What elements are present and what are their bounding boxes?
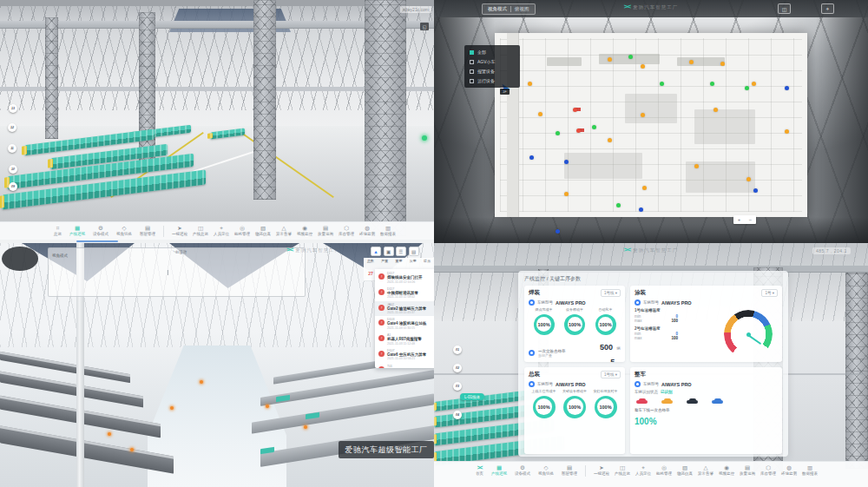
scrollbar-thumb[interactable] <box>76 240 118 242</box>
toolbar-item[interactable]: ▤ 质量追溯 <box>740 465 755 477</box>
map-device-dot[interactable] <box>556 131 560 135</box>
legend-row[interactable]: 报警设备 <box>470 69 515 74</box>
view-mode-pill[interactable]: 视角模式 俯视图 <box>482 3 536 15</box>
station-badge[interactable]: 11 <box>8 144 16 153</box>
map-device-dot[interactable] <box>592 125 596 129</box>
alarm-list-item[interactable]: ! JA02 Gate2 输送链压力异常 2021-11-03 11:45:37 <box>375 301 434 317</box>
toolbar-item[interactable]: ◉ 视频监控 <box>297 226 312 237</box>
line-filter-dropdown[interactable]: 1号线 ▾ <box>601 289 621 297</box>
view-mode-pill[interactable]: 视角模式 自由漫游 <box>48 247 306 297</box>
toolbar-item[interactable]: ◇ 视角切换 <box>538 465 554 477</box>
toolbar-item[interactable]: ◎ 能耗管理 <box>234 226 250 237</box>
floor-tag[interactable]: 1F <box>500 89 510 95</box>
toolbar-item[interactable]: ▦ 产线巡视 <box>491 465 507 477</box>
map-device-dot[interactable] <box>713 108 718 112</box>
alarm-list-item[interactable]: ! D103 Gate4 涂胶机液位过低 2021-11-03 11:30:15 <box>375 316 434 332</box>
toolbar-item[interactable]: ⌗ 总览 <box>54 226 62 237</box>
toolbar-item[interactable]: ⌖ 人员定位 <box>635 465 651 477</box>
toolbar-item[interactable]: ◍ 环境监测 <box>781 465 797 477</box>
map-device-dot[interactable] <box>564 192 569 196</box>
screenshot-button[interactable]: ◱ <box>420 23 429 30</box>
map-device-dot[interactable] <box>785 86 789 90</box>
zoom-in-button[interactable]: + <box>733 215 745 224</box>
map-device-dot[interactable] <box>641 64 645 69</box>
map-device-dot[interactable] <box>564 160 569 164</box>
toolbar-item[interactable]: ▤ 质量追溯 <box>318 226 333 237</box>
toolbar-item[interactable]: ▧ 物流仿真 <box>255 226 271 237</box>
alarm-list-item[interactable]: ! D107 Gate6 空压机压力异常 2021-11-03 10:56:21 <box>375 347 434 363</box>
floor-plan-map[interactable] <box>495 33 807 217</box>
alarm-toolbar-button[interactable]: ▣ <box>384 247 394 256</box>
toolbar-item[interactable]: ◇ 视角切换 <box>116 226 132 237</box>
alarm-toolbar-button[interactable]: ☰ <box>396 247 406 256</box>
station-badge[interactable]: 10 <box>9 165 17 174</box>
map-device-dot[interactable] <box>785 129 789 134</box>
station-badge[interactable]: 01 <box>453 346 462 354</box>
toolbar-item[interactable]: ▥ 数据报表 <box>380 226 396 237</box>
toolbar-item[interactable]: >< 首页 <box>476 465 483 477</box>
map-device-dot[interactable] <box>710 82 714 86</box>
toolbar-item[interactable]: ◍ 环境监测 <box>359 226 375 237</box>
map-device-dot[interactable] <box>528 82 532 86</box>
map-device-dot[interactable] <box>573 108 577 112</box>
top-bar-button[interactable]: ◫ <box>778 3 791 14</box>
alarm-list-item[interactable]: ! T01 总装AGV电量过低 2021-11-03 10:41:09 <box>375 363 434 368</box>
map-device-dot[interactable] <box>753 188 758 193</box>
map-device-dot[interactable] <box>639 207 643 212</box>
toolbar-item[interactable]: ⬡ 库存管理 <box>760 465 776 477</box>
alarm-list-item[interactable]: ! D117 焊装线体安全门打开 2021-11-03 12:10:26 <box>375 270 434 286</box>
legend-row[interactable]: AGV小车 <box>470 59 515 64</box>
toolbar-item[interactable]: ⌖ 人员定位 <box>214 226 229 237</box>
alarm-toolbar-button[interactable]: ▤ <box>409 247 419 256</box>
toolbar-item[interactable]: ▥ 数据报表 <box>802 465 818 477</box>
legend-row[interactable]: 运行设备 <box>470 78 515 83</box>
alarm-toolbar-button[interactable]: ▲ <box>371 247 381 256</box>
map-device-dot[interactable] <box>720 62 725 66</box>
toolbar-item[interactable]: ⚙ 设备模式 <box>515 465 530 477</box>
toolbar-item[interactable]: △ 异常告警 <box>276 226 292 237</box>
line-filter-dropdown[interactable]: 1号线 ▾ <box>601 371 621 378</box>
map-device-dot[interactable] <box>556 229 560 234</box>
station-badge[interactable]: 04 <box>453 411 462 419</box>
map-device-dot[interactable] <box>642 186 647 190</box>
map-device-dot[interactable] <box>538 112 542 116</box>
toolbar-item[interactable]: ◉ 视频监控 <box>719 465 734 477</box>
line-filter-dropdown[interactable]: 1号 ▾ <box>761 289 778 297</box>
station-badge[interactable]: 02 <box>453 364 462 372</box>
toolbar-item[interactable]: ▤ 图层管理 <box>140 226 155 237</box>
station-badge[interactable]: 03 <box>453 382 462 391</box>
map-device-dot[interactable] <box>694 164 699 168</box>
toolbar-item[interactable]: ▦ 产线巡视 <box>69 226 85 237</box>
machine-tag[interactable]: L-01线体 <box>460 393 484 400</box>
toolbar-item[interactable]: ⬡ 库存管理 <box>339 226 354 237</box>
map-device-dot[interactable] <box>628 55 633 59</box>
map-device-dot[interactable] <box>660 82 664 86</box>
map-device-dot[interactable] <box>616 203 621 207</box>
toolbar-item[interactable]: ▤ 图层管理 <box>562 465 577 477</box>
toolbar-item[interactable]: ➤ 一键巡检 <box>172 226 187 237</box>
map-device-dot[interactable] <box>576 128 581 133</box>
alarm-list-item[interactable]: ! D117 中频焊钳通讯异常 2021-11-03 11:58:02 <box>375 286 434 301</box>
toolbar-item[interactable]: ➤ 一键巡检 <box>594 465 609 477</box>
alarm-list-item[interactable]: ! A1 机器人R07伺服报警 2021-11-03 11:12:48 <box>375 332 434 347</box>
station-badge[interactable]: 13 <box>9 104 17 113</box>
map-device-dot[interactable] <box>641 113 645 117</box>
map-device-dot[interactable] <box>752 82 756 86</box>
map-device-dot[interactable] <box>745 86 749 90</box>
map-device-dot[interactable] <box>746 177 751 181</box>
map-device-dot[interactable] <box>608 57 612 62</box>
toolbar-item[interactable]: △ 异常告警 <box>698 465 713 477</box>
toolbar-item[interactable]: ▧ 物流仿真 <box>677 465 693 477</box>
toolbar-item[interactable]: ⚙ 设备模式 <box>93 226 108 237</box>
map-device-dot[interactable] <box>529 155 534 160</box>
legend-row[interactable]: 全部 <box>470 49 515 55</box>
toolbar-item[interactable]: ◎ 能耗管理 <box>656 465 672 477</box>
top-bar-button[interactable]: ⌖ <box>821 3 834 14</box>
toolbar-item[interactable]: ◫ 产线总览 <box>193 226 208 237</box>
station-badge[interactable]: 12 <box>8 123 16 132</box>
map-device-dot[interactable] <box>689 60 694 64</box>
station-badge[interactable]: 09 <box>9 182 17 191</box>
map-device-dot[interactable] <box>608 138 612 142</box>
toolbar-item[interactable]: ◫ 产线总览 <box>615 465 630 477</box>
zoom-out-button[interactable]: − <box>745 215 756 224</box>
